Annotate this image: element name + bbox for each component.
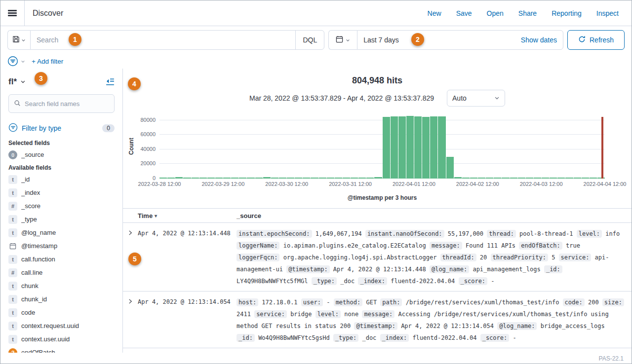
histogram-bar [311,178,318,179]
field-key: _score: [480,334,510,342]
y-tick-label: 80000 [140,117,156,123]
source-column-header: _source [237,212,632,219]
time-column-header[interactable]: Time ▾ [138,212,237,219]
annotation-badge-1: 1 [69,33,81,46]
refresh-icon [578,36,586,44]
histogram-bar [183,178,191,179]
x-tick-label: 2022-03-29 12:00 [201,181,244,187]
histogram-bar [574,178,581,179]
refresh-label: Refresh [590,36,614,44]
field-item-@timestamp[interactable]: @timestamp [8,239,115,253]
histogram-bar [207,178,215,179]
field-key: service: [559,254,592,261]
histogram-chart: Count 020000400006000080000 2022-03-28 1… [127,114,628,201]
field-item-chunk[interactable]: tchunk [8,279,115,292]
documents-table: Time ▾ _source Apr 4, 2022 @ 12:13:14.44… [123,208,632,348]
time-header-label: Time [138,212,153,219]
number-type-icon: # [8,268,17,277]
histogram-plot[interactable] [159,114,605,179]
filter-by-type-button[interactable]: Filter by type 0 [8,120,115,137]
nav-link-share[interactable]: Share [518,9,537,17]
show-dates-link[interactable]: Show dates [521,36,557,44]
annotation-badge-2: 2 [411,33,424,46]
histogram-bar [438,116,445,179]
field-item-_source[interactable]: {}_source [8,148,115,161]
x-axis-ticks: 2022-03-28 12:002022-03-29 12:002022-03-… [159,181,605,188]
field-key: service: [254,310,287,318]
collapse-sidebar-icon[interactable] [106,77,115,86]
field-item-context.user.uuid[interactable]: tcontext.user.uuid [8,332,115,346]
query-bar: DQL Last 7 days Show dates Refresh [0,26,632,54]
field-item-@log_name[interactable]: t@log_name [8,226,115,239]
field-item-context.request.uuid[interactable]: tcontext.request.uuid [8,319,115,332]
histogram-bar [422,117,430,179]
histogram-bar [358,178,366,179]
field-item-call.function[interactable]: tcall.function [8,253,115,266]
saved-query-button[interactable] [7,30,30,50]
field-item-_index[interactable]: t_index [8,186,115,199]
field-name: code [21,309,35,316]
expand-row-button[interactable] [123,228,138,236]
histogram-bar [526,178,533,179]
refresh-button[interactable]: Refresh [567,30,625,50]
header-nav: NewSaveOpenShareReportingInspect [428,9,632,17]
field-name: @log_name [21,229,56,236]
main-menu-button[interactable] [0,0,25,26]
field-key: @timestamp: [286,265,329,273]
field-name: @timestamp [21,242,57,250]
histogram-bar [167,178,175,179]
histogram-bar [478,178,485,179]
field-name: _score [21,202,40,210]
field-item-_score[interactable]: #_score [8,199,115,213]
nav-link-save[interactable]: Save [456,9,472,17]
filter-icon [8,123,18,134]
nav-link-reporting[interactable]: Reporting [552,9,582,17]
histogram-bar [271,178,278,179]
field-key: message: [430,242,462,250]
x-tick-label: 2022-03-30 12:00 [265,181,308,187]
field-item-_id[interactable]: t_id [8,173,115,186]
field-key: _index: [358,277,387,285]
field-key: _id: [237,334,255,342]
time-range-value[interactable]: Last 7 days [363,36,399,44]
histogram-bar [430,116,437,179]
search-group: DQL [7,30,324,50]
field-item-code[interactable]: tcode [8,306,115,319]
field-item-endOfBatch[interactable]: ?endOfBatch [8,346,115,353]
nav-link-open[interactable]: Open [487,9,504,17]
table-rows: Apr 4, 2022 @ 12:13:14.448instant.epochS… [123,223,632,348]
interval-select[interactable]: Auto [447,90,505,107]
document-row: Apr 4, 2022 @ 12:13:14.448instant.epochS… [123,223,632,291]
add-filter-link[interactable]: + Add filter [32,58,63,65]
index-pattern-selector[interactable]: fl* [8,77,26,87]
histogram-bar [192,178,199,179]
field-search-input[interactable] [25,100,109,108]
nav-link-new[interactable]: New [428,9,441,17]
chevron-down-icon [21,36,26,44]
query-language-button[interactable]: DQL [295,31,324,49]
nav-link-inspect[interactable]: Inspect [596,9,619,17]
field-key: loggerFqcn: [237,254,279,261]
field-item-_type[interactable]: t_type [8,213,115,226]
annotation-badge-5: 5 [128,253,141,265]
histogram-bar [383,117,390,179]
field-key: user: [301,298,323,306]
expand-row-button[interactable] [123,296,138,304]
field-key: host: [237,298,258,306]
histogram-bar [454,177,462,179]
filters-icon[interactable] [7,56,18,67]
histogram-bar [374,177,382,179]
plot-column: 2022-03-28 12:002022-03-29 12:002022-03-… [159,114,605,201]
y-tick-label: 40000 [140,146,156,152]
field-key: @log_name: [497,322,537,330]
date-picker-button[interactable] [328,30,357,50]
field-item-chunk_id[interactable]: tchunk_id [8,292,115,306]
field-item-call.line[interactable]: #call.line [8,266,115,279]
histogram-bar [590,178,597,179]
histogram-bar [494,178,501,179]
field-key: size: [602,298,624,306]
histogram-bar [406,116,414,179]
hits-label: hits [387,75,402,85]
histogram-bar [239,178,246,179]
field-key: @log_name: [430,265,469,273]
